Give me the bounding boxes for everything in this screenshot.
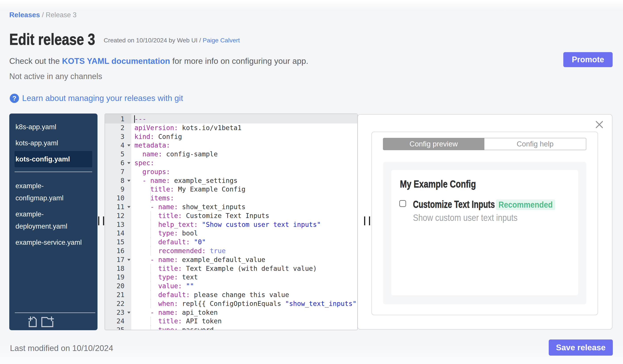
code-line-13[interactable]: help_text: "Show custom user text inputs…: [131, 220, 357, 229]
code-line-10[interactable]: items:: [131, 194, 357, 202]
breadcrumb-releases-link[interactable]: Releases: [9, 11, 40, 19]
close-icon[interactable]: [595, 121, 603, 129]
fold-arrow-icon[interactable]: [127, 206, 131, 208]
config-group-title: My Example Config: [400, 178, 476, 190]
gutter-line-8: 8: [105, 176, 131, 185]
yaml-editor[interactable]: 1234567891011121314151617181920212223242…: [105, 114, 358, 330]
preview-tabs: Config previewConfig help: [383, 138, 586, 150]
tab-config-help[interactable]: Config help: [484, 138, 586, 150]
gutter-line-6: 6: [105, 159, 131, 167]
resize-handle-right[interactable]: [364, 217, 370, 225]
code-line-19[interactable]: type: text: [131, 273, 357, 282]
indent-guide: [150, 290, 151, 299]
recommended-badge: Recommended: [496, 200, 555, 210]
customize-text-inputs-checkbox[interactable]: [399, 200, 406, 207]
created-author-link[interactable]: Paige Calvert: [203, 37, 240, 44]
editor-code-area[interactable]: ---apiVersion: kots.io/v1beta1kind: Conf…: [131, 114, 357, 330]
save-release-button[interactable]: Save release: [549, 340, 613, 356]
config-preview-box: Config previewConfig help My Example Con…: [371, 132, 598, 315]
code-line-2[interactable]: apiVersion: kots.io/v1beta1: [131, 123, 357, 132]
file-item-example-configmap.yaml[interactable]: example-configmap.yaml: [15, 178, 92, 206]
code-line-15[interactable]: default: "0": [131, 238, 357, 246]
code-line-20[interactable]: value: "": [131, 282, 357, 290]
gutter-line-5: 5: [105, 150, 131, 159]
promote-button[interactable]: Promote: [563, 52, 613, 67]
fold-arrow-icon[interactable]: [127, 144, 131, 146]
indent-guide: [150, 185, 151, 194]
file-item-kots-app.yaml[interactable]: kots-app.yaml: [15, 135, 92, 151]
checkbox-help-text: Show custom user text inputs: [413, 212, 517, 223]
gutter-line-2: 2: [105, 123, 131, 132]
gutter-line-23: 23: [105, 308, 131, 317]
sidebar-divider: [15, 313, 95, 313]
code-line-7[interactable]: groups:: [131, 167, 357, 176]
preview-viewport: My Example Config Customize Text Inputs …: [383, 162, 586, 304]
code-line-11[interactable]: - name: show_text_inputs: [131, 202, 357, 211]
resize-handle-left[interactable]: [98, 217, 104, 225]
code-line-18[interactable]: title: Text Example (with default value): [131, 264, 357, 273]
gutter-line-17: 17: [105, 255, 131, 264]
code-line-24[interactable]: title: API token: [131, 317, 357, 325]
code-line-23[interactable]: - name: api_token: [131, 308, 357, 317]
indent-guide: [150, 238, 151, 246]
code-line-3[interactable]: kind: Config: [131, 132, 357, 141]
code-line-22[interactable]: when: repl{{ ConfigOptionEquals "show_te…: [131, 299, 357, 308]
indent-guide: [150, 246, 151, 255]
code-line-4[interactable]: metadata:: [131, 141, 357, 150]
file-list: k8s-app.yamlkots-app.yamlkots-config.yam…: [9, 114, 97, 250]
gutter-line-15: 15: [105, 238, 131, 246]
code-line-21[interactable]: default: please change this value: [131, 290, 357, 299]
indent-guide: [150, 317, 151, 325]
indent-guide: [150, 211, 151, 220]
kots-docs-prefix: Check out the: [9, 57, 62, 66]
kots-docs-link[interactable]: KOTS YAML documentation: [62, 57, 170, 66]
kots-docs-line: Check out the KOTS YAML documentation fo…: [9, 57, 308, 66]
question-icon: ?: [10, 94, 19, 103]
gutter-line-11: 11: [105, 202, 131, 211]
gutter-line-14: 14: [105, 229, 131, 238]
file-item-example-service.yaml[interactable]: example-service.yaml: [15, 234, 92, 250]
config-preview-panel: Config previewConfig help My Example Con…: [357, 114, 612, 329]
fold-arrow-icon[interactable]: [127, 259, 131, 261]
gutter-line-24: 24: [105, 317, 131, 325]
gutter-line-7: 7: [105, 167, 131, 176]
fold-arrow-icon[interactable]: [127, 312, 131, 314]
gutter-line-12: 12: [105, 211, 131, 220]
gutter-line-19: 19: [105, 273, 131, 282]
file-group-divider: [15, 172, 92, 172]
file-sidebar: k8s-app.yamlkots-app.yamlkots-config.yam…: [9, 114, 97, 330]
fold-arrow-icon[interactable]: [127, 162, 131, 164]
fold-arrow-icon[interactable]: [127, 180, 131, 182]
gutter-line-16: 16: [105, 246, 131, 255]
code-line-6[interactable]: spec:: [131, 159, 357, 167]
created-info: Created on 10/10/2024 by Web UI / Paige …: [104, 37, 240, 44]
learn-git-link[interactable]: Learn about managing your releases with …: [22, 94, 183, 103]
gutter-line-3: 3: [105, 132, 131, 141]
code-line-9[interactable]: title: My Example Config: [131, 185, 357, 194]
code-line-5[interactable]: name: config-sample: [131, 150, 357, 159]
channel-status: Not active in any channels: [9, 72, 102, 81]
code-line-8[interactable]: - name: example_settings: [131, 176, 357, 185]
code-line-17[interactable]: - name: example_default_value: [131, 255, 357, 264]
code-line-14[interactable]: type: bool: [131, 229, 357, 238]
page-title: Edit release 3: [9, 30, 95, 48]
indent-guide: [150, 194, 151, 202]
indent-guide: [150, 299, 151, 308]
file-item-example-deployment.yaml[interactable]: example-deployment.yaml: [15, 206, 92, 234]
config-card: My Example Config Customize Text Inputs …: [391, 170, 578, 295]
breadcrumb-separator: /: [42, 11, 45, 19]
gutter-line-4: 4: [105, 141, 131, 150]
tab-config-preview[interactable]: Config preview: [383, 138, 484, 150]
new-folder-icon[interactable]: [41, 316, 54, 327]
gutter-line-10: 10: [105, 194, 131, 202]
new-file-icon[interactable]: [28, 316, 37, 327]
gutter-line-20: 20: [105, 282, 131, 290]
code-line-25[interactable]: type: password: [131, 325, 357, 330]
file-item-k8s-app.yaml[interactable]: k8s-app.yaml: [15, 119, 92, 135]
code-line-1[interactable]: ---: [131, 115, 357, 123]
gutter-line-22: 22: [105, 299, 131, 308]
code-line-12[interactable]: title: Customize Text Inputs: [131, 211, 357, 220]
created-text: Created on 10/10/2024 by Web UI /: [104, 37, 203, 44]
code-line-16[interactable]: recommended: true: [131, 246, 357, 255]
file-item-kots-config.yaml[interactable]: kots-config.yaml: [15, 151, 92, 167]
